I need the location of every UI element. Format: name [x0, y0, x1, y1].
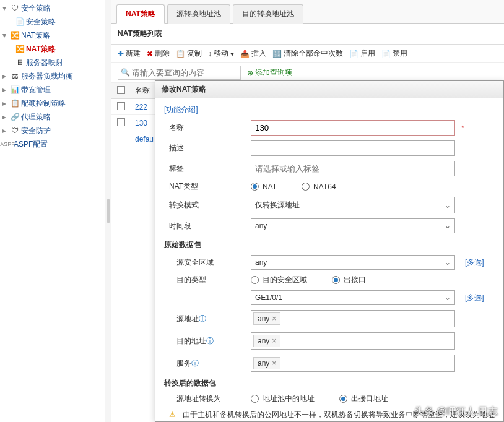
btn-label: 移动 — [214, 48, 228, 59]
expand-icon: ▸ — [2, 85, 10, 94]
tab-bar: NAT策略 源转换地址池 目的转换地址池 — [111, 0, 504, 24]
radio-label: 出接口地址 — [351, 394, 388, 404]
multi-select-link[interactable]: [多选] — [465, 257, 484, 268]
tab-label: 目的转换地址池 — [242, 9, 294, 18]
help-icon[interactable]: ⓘ — [191, 359, 199, 368]
radio-out-interface[interactable]: 出接口 — [332, 275, 366, 285]
search-input[interactable] — [118, 66, 241, 80]
policy-name-link[interactable]: 222 — [130, 100, 152, 114]
radio-label: 出接口 — [344, 275, 366, 285]
tab-src-pool[interactable]: 源转换地址池 — [167, 4, 230, 24]
move-button[interactable]: ↕移动▾ — [208, 48, 234, 59]
sidebar-label: 带宽管理 — [21, 85, 51, 95]
sidebar-item-aspf[interactable]: ASPF ASPF配置 — [0, 137, 105, 151]
src-addr-input[interactable]: any× — [251, 310, 455, 327]
btn-label: 添加查询项 — [255, 67, 292, 78]
dst-addr-input[interactable]: any× — [251, 332, 455, 350]
sidebar-resizer[interactable] — [105, 0, 111, 422]
disable-button[interactable]: 📄禁用 — [381, 48, 407, 59]
tag-any: any× — [253, 357, 280, 369]
radio-icon — [302, 183, 310, 191]
feature-intro-link[interactable]: [功能介绍] — [164, 105, 198, 115]
tag-any: any× — [253, 312, 280, 325]
row-checkbox[interactable] — [117, 118, 125, 126]
copy-button[interactable]: 📋复制 — [176, 48, 202, 59]
aspf-icon: ASPF — [2, 139, 12, 149]
radio-nat64[interactable]: NAT64 — [302, 183, 336, 191]
label-tag: 标签 — [164, 163, 251, 174]
bw-icon: 📊 — [10, 85, 20, 95]
row-checkbox[interactable] — [117, 102, 125, 110]
help-icon[interactable]: ⓘ — [206, 337, 214, 345]
remove-tag-icon[interactable]: × — [272, 359, 276, 368]
multi-select-link[interactable]: [多选] — [465, 293, 484, 303]
sidebar-item-proxy[interactable]: ▸ 🔗 代理策略 — [0, 110, 105, 124]
btn-label: 启用 — [360, 48, 375, 59]
radio-nat[interactable]: NAT — [251, 183, 277, 191]
btn-label: 新建 — [126, 48, 141, 59]
search-icon: 🔍 — [121, 68, 130, 77]
btn-label: 删除 — [155, 48, 170, 59]
remove-tag-icon[interactable]: × — [272, 337, 276, 345]
sidebar-label: NAT策略 — [21, 30, 50, 41]
section-raw-packet: 原始数据包 — [164, 239, 495, 250]
help-icon[interactable]: ⓘ — [199, 314, 206, 323]
add-query-button[interactable]: ⊕添加查询项 — [247, 67, 292, 78]
protect-icon: 🛡 — [10, 126, 20, 136]
move-icon: ↕ — [208, 50, 212, 58]
sidebar-label: ASPF配置 — [14, 139, 48, 150]
tag-input[interactable] — [251, 161, 455, 176]
time-select[interactable]: any⌄ — [251, 218, 455, 233]
content-area: NAT策略 源转换地址池 目的转换地址池 NAT策略列表 ✚新建 ✖删除 📋复制… — [111, 0, 504, 422]
sidebar-item-security-policy[interactable]: ▾ 🛡 安全策略 — [0, 1, 105, 15]
col-name[interactable]: 名称 — [130, 83, 155, 98]
btn-label: 禁用 — [393, 48, 407, 59]
enable-button[interactable]: 📄启用 — [349, 48, 375, 59]
label-src-convert: 源地址转换为 — [164, 394, 251, 404]
new-button[interactable]: ✚新建 — [118, 48, 141, 59]
insert-icon: 📥 — [240, 50, 250, 58]
sidebar-item-nat-policy[interactable]: ▾ 🔀 NAT策略 — [0, 28, 105, 42]
interface-select[interactable]: GE1/0/1⌄ — [251, 290, 455, 305]
insert-button[interactable]: 📥插入 — [240, 48, 266, 59]
sidebar-item-server-mapping[interactable]: 🖥 服务器映射 — [0, 56, 105, 69]
server-icon: 🖥 — [15, 58, 25, 67]
sidebar-label: 代理策略 — [21, 112, 51, 123]
sidebar-item-quota[interactable]: ▸ 📋 配额控制策略 — [0, 97, 105, 110]
disable-icon: 📄 — [381, 50, 391, 58]
section-converted-packet: 转换后的数据包 — [164, 378, 495, 389]
tab-dst-pool[interactable]: 目的转换地址池 — [233, 4, 303, 24]
radio-dst-zone[interactable]: 目的安全区域 — [251, 275, 307, 285]
select-all-checkbox[interactable] — [117, 86, 125, 94]
sidebar-item-load-balance[interactable]: ▸ ⚖ 服务器负载均衡 — [0, 69, 105, 83]
nat-icon: 🔀 — [10, 30, 20, 40]
chevron-down-icon: ⌄ — [445, 293, 451, 302]
radio-icon — [251, 395, 259, 403]
chevron-down-icon: ⌄ — [445, 258, 451, 267]
service-input[interactable]: any× — [251, 355, 455, 372]
sidebar-item-bandwidth[interactable]: ▸ 📊 带宽管理 — [0, 83, 105, 97]
warning-icon: ⚠ — [169, 409, 179, 422]
label-dst-type: 目的类型 — [164, 275, 251, 285]
delete-button[interactable]: ✖删除 — [147, 48, 170, 59]
tab-nat-policy[interactable]: NAT策略 — [116, 4, 165, 24]
sidebar-label: NAT策略 — [26, 44, 56, 54]
desc-input[interactable] — [251, 140, 455, 156]
counter-icon: 🔢 — [272, 50, 282, 58]
radio-interface-addr[interactable]: 出接口地址 — [339, 394, 388, 404]
remove-tag-icon[interactable]: × — [272, 314, 276, 323]
dialog-title: 修改NAT策略 — [155, 81, 503, 98]
sidebar-item-nat-policy-sub[interactable]: 🔀 NAT策略 — [0, 42, 105, 56]
name-input[interactable] — [251, 120, 455, 136]
sidebar-label: 安全策略 — [21, 3, 51, 14]
src-zone-select[interactable]: any⌄ — [251, 255, 455, 270]
label-convert-mode: 转换模式 — [164, 200, 251, 210]
policy-name-link[interactable]: 130 — [130, 116, 152, 130]
clear-hits-button[interactable]: 🔢清除全部命中次数 — [272, 48, 343, 59]
convert-mode-select[interactable]: 仅转换源地址⌄ — [251, 197, 455, 213]
radio-pool-addr[interactable]: 地址池中的地址 — [251, 394, 315, 404]
chevron-down-icon: ▾ — [230, 50, 234, 58]
sidebar-item-security-policy-sub[interactable]: 📄 安全策略 — [0, 15, 105, 28]
sidebar-item-security-protect[interactable]: ▸ 🛡 安全防护 — [0, 124, 105, 137]
select-value: 仅转换源地址 — [255, 200, 300, 210]
